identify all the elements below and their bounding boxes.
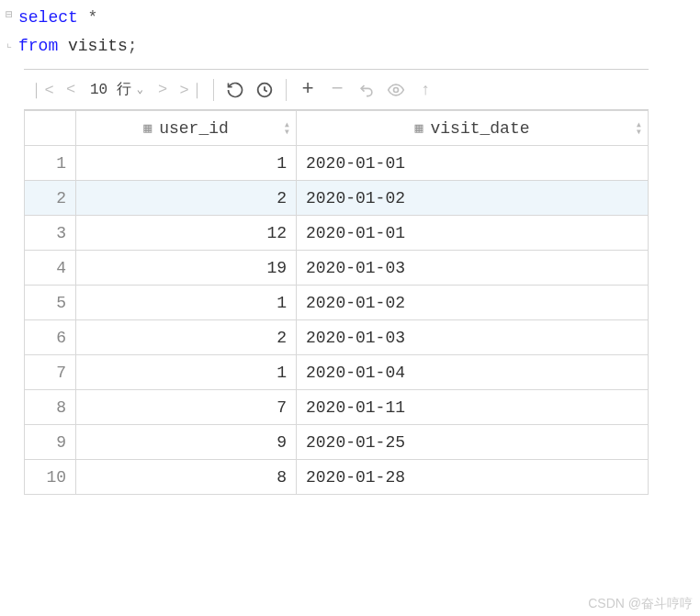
cell-visit-date[interactable]: 2020-01-03: [297, 251, 649, 286]
table-row[interactable]: 1082020-01-28: [25, 460, 649, 495]
column-icon: ▦: [143, 119, 152, 137]
cell-visit-date[interactable]: 2020-01-28: [297, 460, 649, 495]
keyword: from: [18, 37, 58, 55]
rownum-cell: 4: [25, 251, 76, 286]
cell-user-id[interactable]: 8: [76, 460, 297, 495]
cell-user-id[interactable]: 2: [76, 320, 297, 355]
sort-icon[interactable]: ▴▾: [284, 121, 290, 136]
cell-visit-date[interactable]: 2020-01-01: [297, 146, 649, 181]
prev-page-button[interactable]: <: [57, 76, 85, 104]
cell-user-id[interactable]: 9: [76, 425, 297, 460]
rownum-cell: 1: [25, 146, 76, 181]
cell-user-id[interactable]: 7: [76, 390, 297, 425]
delete-row-button[interactable]: −: [323, 76, 351, 104]
cell-user-id[interactable]: 1: [76, 146, 297, 181]
submit-button[interactable]: ↑: [412, 76, 439, 104]
cell-user-id[interactable]: 19: [76, 251, 297, 286]
sort-icon[interactable]: ▴▾: [636, 121, 642, 136]
cell-user-id[interactable]: 2: [76, 181, 297, 216]
first-page-button[interactable]: ｜<: [28, 76, 55, 104]
rownum-cell: 8: [25, 390, 76, 425]
row-count-selector[interactable]: 10 行⌄: [86, 80, 147, 99]
table-row[interactable]: 112020-01-01: [25, 146, 649, 181]
table-row[interactable]: 512020-01-02: [25, 286, 649, 320]
cell-visit-date[interactable]: 2020-01-04: [297, 355, 649, 390]
cell-visit-date[interactable]: 2020-01-03: [297, 320, 649, 355]
column-icon: ▦: [414, 119, 423, 137]
svg-point-1: [394, 87, 399, 92]
cell-visit-date[interactable]: 2020-01-01: [297, 216, 649, 251]
rownum-cell: 2: [25, 181, 76, 216]
rownum-cell: 6: [25, 320, 76, 355]
column-header-user-id[interactable]: ▦user_id ▴▾: [76, 111, 297, 146]
column-label: user_id: [159, 119, 229, 138]
preview-button[interactable]: [382, 76, 410, 104]
results-table: ▦user_id ▴▾ ▦visit_date ▴▾ 112020-01-012…: [24, 110, 649, 495]
column-label: visit_date: [431, 119, 530, 138]
fold-end-icon: ⌞: [6, 34, 18, 54]
fold-mark-icon: ⊟: [6, 6, 18, 26]
rownum-cell: 10: [25, 460, 76, 495]
code-text: *: [78, 8, 98, 27]
code-text: visits: [58, 37, 128, 55]
separator: [213, 79, 214, 101]
next-page-button[interactable]: >: [149, 76, 176, 104]
revert-button[interactable]: [353, 76, 380, 104]
cell-user-id[interactable]: 1: [76, 355, 297, 390]
column-header-visit-date[interactable]: ▦visit_date ▴▾: [297, 111, 649, 146]
cell-visit-date[interactable]: 2020-01-25: [297, 425, 649, 460]
results-panel: ｜< < 10 行⌄ > >｜ + − ↑ ▦user_id ▴▾: [24, 69, 649, 495]
rownum-cell: 9: [25, 425, 76, 460]
table-row[interactable]: 872020-01-11: [25, 390, 649, 425]
table-row[interactable]: 4192020-01-03: [25, 251, 649, 286]
keyword: select: [18, 8, 78, 27]
chevron-down-icon: ⌄: [137, 83, 143, 96]
table-row[interactable]: 992020-01-25: [25, 425, 649, 460]
cell-user-id[interactable]: 12: [76, 216, 297, 251]
table-row[interactable]: 3122020-01-01: [25, 216, 649, 251]
table-row[interactable]: 622020-01-03: [25, 320, 649, 355]
code-line: ⌞from visits;: [6, 32, 700, 61]
rownum-cell: 3: [25, 216, 76, 251]
rownum-header[interactable]: [25, 111, 76, 146]
refresh-button[interactable]: [221, 76, 249, 104]
separator: [286, 79, 287, 101]
watermark: CSDN @奋斗哼哼: [588, 596, 693, 612]
results-toolbar: ｜< < 10 行⌄ > >｜ + − ↑: [24, 70, 649, 110]
row-count-label: 10 行: [90, 80, 131, 99]
cell-visit-date[interactable]: 2020-01-02: [297, 181, 649, 216]
rownum-cell: 5: [25, 286, 76, 320]
last-page-button[interactable]: >｜: [178, 76, 206, 104]
auto-refresh-button[interactable]: [251, 76, 278, 104]
cell-visit-date[interactable]: 2020-01-02: [297, 286, 649, 320]
add-row-button[interactable]: +: [294, 76, 322, 104]
code-line: ⊟select *: [6, 4, 700, 32]
rownum-cell: 7: [25, 355, 76, 390]
cell-visit-date[interactable]: 2020-01-11: [297, 390, 649, 425]
cell-user-id[interactable]: 1: [76, 286, 297, 320]
semicolon: ;: [128, 37, 138, 55]
table-row[interactable]: 712020-01-04: [25, 355, 649, 390]
sql-editor[interactable]: ⊟select * ⌞from visits;: [0, 0, 700, 69]
table-header-row: ▦user_id ▴▾ ▦visit_date ▴▾: [25, 111, 649, 146]
table-row[interactable]: 222020-01-02: [25, 181, 649, 216]
